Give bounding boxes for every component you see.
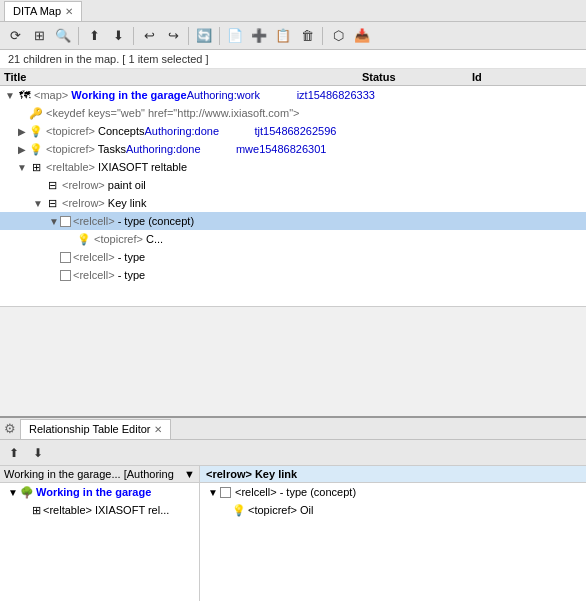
tree-row[interactable]: ⊟ <relrow> paint oil [0, 176, 586, 194]
tree-status: Authoring:done [126, 143, 236, 155]
tree-label: <topicref> C... [94, 233, 163, 245]
toolbar-add-btn[interactable]: ➕ [248, 25, 270, 47]
tree-row[interactable]: ▼ 🗺 <map> Working in the garage Authorin… [0, 86, 586, 104]
tree-label: <relcell> - type [73, 251, 145, 263]
rel-right-tree[interactable]: <relrow> Key link ▼ <relcell> - type (co… [200, 466, 586, 601]
info-bar: 21 children in the map. [ 1 item selecte… [0, 50, 586, 69]
tree-toggle[interactable]: ▼ [16, 162, 28, 173]
toolbar-delete-btn[interactable]: 🗑 [296, 25, 318, 47]
rel-tree-toggle[interactable]: ▼ [8, 487, 20, 498]
toolbar-search-btn[interactable]: 🔍 [52, 25, 74, 47]
tree-toggle [48, 252, 60, 263]
task-icon: 💡 [28, 141, 44, 157]
tree-toggle[interactable]: ▼ [48, 216, 60, 227]
toolbar-sep1 [78, 27, 79, 45]
tree-row[interactable]: <relcell> - type [0, 266, 586, 284]
tree-label: <relcell> - type (concept) [73, 215, 194, 227]
tree-id: tjt154868262596 [254, 125, 364, 137]
rel-reltable-icon: ⊞ [32, 504, 41, 517]
toolbar-refresh-btn[interactable]: ⟳ [4, 25, 26, 47]
rel-tree-dropdown[interactable]: Working in the garage... [Authoring ▼ [0, 466, 199, 483]
rel-down-btn[interactable]: ⬇ [28, 443, 48, 463]
tree-row[interactable]: ▼ ⊞ <reltable> IXIASOFT reltable [0, 158, 586, 176]
rel-row-header-label: <relrow> Key link [206, 468, 297, 480]
rel-tree-row[interactable]: ▼ 🌳 Working in the garage [0, 483, 199, 501]
tree-label: <topicref> Tasks [46, 143, 126, 155]
tree-row[interactable]: <relcell> - type [0, 248, 586, 266]
dita-map-tab[interactable]: DITA Map ✕ [4, 1, 82, 21]
bottom-tab-close-icon[interactable]: ✕ [154, 424, 162, 435]
rel-toggle [220, 505, 232, 516]
tree-row[interactable]: ▶ 💡 <topicref> Concepts Authoring:done t… [0, 122, 586, 140]
tree-toggle [64, 234, 76, 245]
tree-label: <map> Working in the garage [34, 89, 187, 101]
tree-label: <relrow> paint oil [62, 179, 146, 191]
tree-label: <relcell> - type [73, 269, 145, 281]
toolbar-import-btn[interactable]: 📥 [351, 25, 373, 47]
relationship-table-tab[interactable]: Relationship Table Editor ✕ [20, 419, 171, 439]
rel-left-tree[interactable]: Working in the garage... [Authoring ▼ ▼ … [0, 466, 200, 601]
tree-toggle[interactable]: ▶ [16, 126, 28, 137]
relrow-icon: ⊟ [44, 195, 60, 211]
col-id-header: Id [472, 71, 582, 83]
rel-tree-row[interactable]: 💡 <topicref> Oil [200, 501, 586, 519]
tree-toggle [32, 180, 44, 191]
info-text: 21 children in the map. [ 1 item selecte… [8, 53, 209, 65]
tree-row[interactable]: 💡 <topicref> C... [0, 230, 586, 248]
tree-status: Authoring:done [144, 125, 254, 137]
toolbar-doc-btn[interactable]: 📄 [224, 25, 246, 47]
tab-label: DITA Map [13, 5, 61, 17]
relrow-icon: ⊟ [44, 177, 60, 193]
tree-label: <reltable> IXIASOFT reltable [46, 161, 187, 173]
rel-label: <relcell> - type (concept) [235, 486, 356, 498]
rel-checkbox[interactable] [220, 487, 231, 498]
tree-label: <topicref> Concepts [46, 125, 144, 137]
topic-icon: 💡 [28, 123, 44, 139]
toolbar-copy-btn[interactable]: 📋 [272, 25, 294, 47]
map-icon: 🗺 [16, 87, 32, 103]
tree-header: Title Status Id [0, 69, 586, 86]
reltable-icon: ⊞ [28, 159, 44, 175]
tree-id: mwe15486826301 [236, 143, 346, 155]
tree-toggle[interactable]: ▼ [4, 90, 16, 101]
toolbar-up-btn[interactable]: ⬆ [83, 25, 105, 47]
tree-row[interactable]: ▶ 💡 <topicref> Tasks Authoring:done mwe1… [0, 140, 586, 158]
toolbar-back-btn[interactable]: ↩ [138, 25, 160, 47]
topic-icon2: 💡 [76, 231, 92, 247]
tab-bar: DITA Map ✕ [0, 0, 586, 22]
toolbar-down-btn[interactable]: ⬇ [107, 25, 129, 47]
toolbar-btn2[interactable]: ⊞ [28, 25, 50, 47]
tree-label: <relrow> Key link [62, 197, 146, 209]
checkbox-icon [60, 216, 71, 227]
tree-toggle[interactable]: ▼ [32, 198, 44, 209]
tree-row-selected[interactable]: ▼ <relcell> - type (concept) [0, 212, 586, 230]
rel-up-btn[interactable]: ⬆ [4, 443, 24, 463]
toolbar-sep3 [188, 27, 189, 45]
toolbar-hex-btn[interactable]: ⬡ [327, 25, 349, 47]
tree-status: Authoring:work [187, 89, 297, 101]
topic-icon3: 💡 [232, 504, 246, 517]
rel-row-header: <relrow> Key link [200, 466, 586, 483]
col-title-header: Title [4, 71, 362, 83]
tree-row[interactable]: 🔑 <keydef keys="web" href="http://www.ix… [0, 104, 586, 122]
bottom-tab-label: Relationship Table Editor [29, 423, 150, 435]
tree-toggle[interactable]: ▶ [16, 144, 28, 155]
rel-toggle[interactable]: ▼ [208, 487, 220, 498]
col-status-header: Status [362, 71, 472, 83]
tree-toggle [16, 108, 28, 119]
rel-tree-label: Working in the garage [36, 486, 151, 498]
tree-toggle [48, 270, 60, 281]
rel-topicref-label: <topicref> Oil [248, 504, 313, 516]
main-toolbar: ⟳ ⊞ 🔍 ⬆ ⬇ ↩ ↪ 🔄 📄 ➕ 📋 🗑 ⬡ 📥 [0, 22, 586, 50]
rel-tree-row[interactable]: ⊞ <reltable> IXIASOFT rel... [0, 501, 199, 519]
bottom-panel: ⚙ Relationship Table Editor ✕ ⬆ ⬇ Workin… [0, 416, 586, 601]
toolbar-forward-btn[interactable]: ↪ [162, 25, 184, 47]
toolbar-sep4 [219, 27, 220, 45]
tree-area[interactable]: ▼ 🗺 <map> Working in the garage Authorin… [0, 86, 586, 306]
tree-row[interactable]: ▼ ⊟ <relrow> Key link [0, 194, 586, 212]
rel-working-icon: 🌳 [20, 486, 34, 499]
toolbar-reload-btn[interactable]: 🔄 [193, 25, 215, 47]
tab-close-icon[interactable]: ✕ [65, 6, 73, 17]
rel-tree-row[interactable]: ▼ <relcell> - type (concept) [200, 483, 586, 501]
rel-tree-toggle [20, 505, 32, 516]
